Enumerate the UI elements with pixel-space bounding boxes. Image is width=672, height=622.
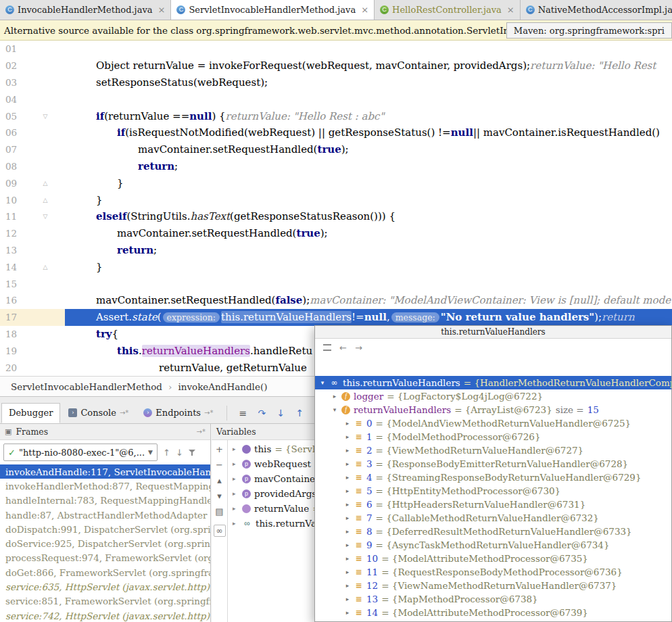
tree-row[interactable]: ▸≡5 = {HttpEntityMethodProcessor@6730} (315, 484, 671, 498)
tree-row[interactable]: ▸≡12 = {ViewNameMethodReturnValueHandler… (315, 579, 671, 592)
editor-tab[interactable]: CNativeMethodAccessorImpl.java× (521, 0, 672, 20)
move-watch-down-icon[interactable]: ▾ (217, 491, 222, 501)
chevron-right-icon[interactable]: ▸ (344, 609, 351, 616)
chevron-right-icon[interactable]: ▸ (344, 447, 351, 454)
remove-watch-icon[interactable]: − (216, 460, 223, 470)
forward-icon[interactable]: → (355, 343, 362, 353)
fold-marker-icon[interactable]: △ (26, 258, 65, 275)
step-out-icon[interactable]: ↑ (291, 408, 308, 418)
hide-library-frames-icon[interactable] (189, 449, 196, 456)
line-number[interactable]: 16 (0, 292, 26, 309)
line-number[interactable]: 19 (0, 342, 26, 359)
toolwindow-tab-console[interactable]: ›Console→* (62, 403, 135, 423)
chevron-right-icon[interactable]: ▸ (344, 582, 351, 589)
chevron-down-icon[interactable]: ▾ (331, 406, 338, 413)
tree-row[interactable]: ▸≡4 = {StreamingResponseBodyReturnValueH… (315, 471, 671, 484)
chevron-right-icon[interactable]: ▸ (344, 460, 351, 467)
chevron-right-icon[interactable]: ▸ (344, 569, 351, 575)
breadcrumb-class[interactable]: ServletInvocableHandlerMethod (11, 381, 162, 392)
move-watch-up-icon[interactable]: ▴ (217, 475, 222, 485)
line-number[interactable]: 11 (0, 208, 26, 225)
tree-row[interactable]: ▸≡3 = {ResponseBodyEmitterReturnValueHan… (315, 457, 671, 471)
line-number[interactable]: 10 (0, 191, 26, 208)
stack-frame-row[interactable]: service:635, HttpServlet (javax.servlet.… (0, 579, 210, 594)
line-number[interactable]: 14 (0, 258, 26, 275)
chevron-right-icon[interactable]: ▸ (344, 474, 351, 481)
stack-frame-row[interactable]: doGet:866, FrameworkServlet (org.springf… (0, 565, 210, 579)
fold-marker-icon[interactable]: ▽ (26, 107, 65, 124)
tree-row[interactable]: ▸≡13 = {MapMethodProcessor@6738} (315, 592, 671, 606)
tree-row[interactable]: ▸≡6 = {HttpHeadersReturnValueHandler@673… (315, 498, 671, 511)
tree-row[interactable]: ▸≡9 = {AsyncTaskMethodReturnValueHandler… (315, 538, 671, 552)
toolwindow-tab-debugger[interactable]: Debugger (1, 403, 60, 423)
stack-frame-row[interactable]: handle:87, AbstractHandlerMethodAdapter … (0, 508, 210, 522)
tree-row[interactable]: ▸≡10 = {ModelAttributeMethodProcessor@67… (315, 552, 671, 565)
line-number[interactable]: 17 (0, 309, 26, 326)
previous-frame-icon[interactable]: ↑ (163, 448, 170, 458)
chevron-right-icon[interactable]: ▸ (344, 420, 351, 427)
fold-marker-icon[interactable]: △ (26, 191, 65, 208)
add-watch-icon[interactable]: + (216, 444, 223, 454)
close-icon[interactable]: × (158, 5, 166, 15)
line-number[interactable]: 01 (0, 41, 26, 57)
line-number[interactable]: 04 (0, 91, 26, 107)
chevron-right-icon[interactable]: ▸ (233, 475, 239, 482)
chevron-right-icon[interactable]: ▸ (331, 393, 338, 400)
tree-row[interactable]: ▸≡8 = {DeferredResultMethodReturnValueHa… (315, 525, 671, 538)
line-number[interactable]: 20 (0, 359, 26, 376)
chevron-right-icon[interactable]: ▸ (344, 528, 351, 535)
fold-marker-icon[interactable]: ▽ (26, 208, 65, 225)
tree-row[interactable]: ▾∞this.returnValueHandlers = {HandlerMet… (315, 376, 671, 389)
line-number[interactable]: 08 (0, 158, 26, 175)
chevron-right-icon[interactable]: ▸ (344, 596, 351, 602)
stack-frame-row[interactable]: handleInternal:783, RequestMappingHandle… (0, 494, 210, 508)
line-number[interactable]: 18 (0, 326, 26, 343)
tree-row[interactable]: ▸≡2 = {ViewMethodReturnValueHandler@6727… (315, 444, 671, 457)
banner-source-selector[interactable]: Maven: org.springframework:spri (506, 22, 672, 39)
chevron-right-icon[interactable]: ▸ (344, 515, 351, 521)
chevron-right-icon[interactable]: ▸ (344, 487, 351, 494)
stack-frame-row[interactable]: service:742, HttpServlet (javax.servlet.… (0, 608, 210, 622)
stack-frame-row[interactable]: invokeHandlerMethod:877, RequestMappingH… (0, 479, 210, 493)
stack-frame-row[interactable]: doService:925, DispatcherServlet (org.sp… (0, 536, 210, 550)
chevron-right-icon[interactable]: ▸ (344, 542, 351, 548)
frames-pin-icon[interactable]: →* (197, 428, 206, 435)
line-number[interactable]: 09 (0, 174, 26, 191)
stack-frame-row[interactable]: processRequest:974, FrameworkServlet (or… (0, 551, 210, 565)
stack-frame-row[interactable]: service:851, FrameworkServlet (org.sprin… (0, 594, 210, 608)
line-number[interactable]: 12 (0, 225, 26, 242)
step-into-icon[interactable]: ↓ (272, 408, 289, 418)
tree-row[interactable]: ▾freturnValueHandlers = {ArrayList@6723}… (315, 403, 671, 416)
editor-tab[interactable]: CInvocableHandlerMethod.java× (0, 0, 171, 20)
next-frame-icon[interactable]: ↓ (176, 448, 183, 458)
chevron-right-icon[interactable]: ▸ (344, 501, 351, 508)
editor-tab[interactable]: CServletInvocableHandlerMethod.java× (171, 0, 375, 20)
duplicate-watch-icon[interactable]: ▤ (215, 506, 223, 517)
line-number[interactable]: 05 (0, 107, 26, 124)
stack-frame-row[interactable]: invokeAndHandle:117, ServletInvocableHan… (0, 464, 210, 479)
toolwindow-tab-endpoints[interactable]: ›Endpoints→* (137, 403, 220, 423)
tree-row[interactable]: ▸≡1 = {ModelMethodProcessor@6726} (315, 430, 671, 444)
tree-row[interactable]: ▸≡0 = {ModelAndViewMethodReturnValueHand… (315, 416, 671, 430)
tree-row[interactable]: ▸≡11 = {RequestResponseBodyMethodProcess… (315, 565, 671, 579)
close-icon[interactable]: × (507, 5, 514, 15)
line-number[interactable]: 03 (0, 74, 26, 91)
back-icon[interactable]: ← (339, 343, 347, 353)
line-number[interactable]: 13 (0, 242, 26, 259)
layout-settings-icon[interactable]: ≡ (234, 408, 251, 418)
line-number[interactable]: 06 (0, 124, 26, 141)
close-icon[interactable]: × (361, 5, 368, 15)
chevron-right-icon[interactable]: ▸ (233, 446, 239, 452)
tree-row[interactable]: ▸≡7 = {CallableMethodReturnValueHandler@… (315, 511, 671, 525)
thread-dropdown[interactable]: ✓ "http-nio-8080-exec-1"@6,... ▼ (3, 444, 158, 461)
chevron-down-icon[interactable]: ▾ (319, 379, 326, 386)
tree-row[interactable]: ▸flogger = {LogFactory$Log4jLog@6722} (315, 389, 671, 403)
line-number[interactable]: 15 (0, 275, 26, 292)
editor-tab[interactable]: CHelloRestController.java× (375, 0, 521, 20)
step-over-icon[interactable]: ↷ (253, 408, 270, 418)
line-number[interactable]: 07 (0, 141, 26, 158)
fold-marker-icon[interactable]: △ (26, 174, 65, 191)
show-watches-icon[interactable]: ∞ (214, 525, 226, 537)
chevron-right-icon[interactable]: ▸ (344, 433, 351, 440)
stack-frame-row[interactable]: doDispatch:991, DispatcherServlet (org.s… (0, 522, 210, 536)
